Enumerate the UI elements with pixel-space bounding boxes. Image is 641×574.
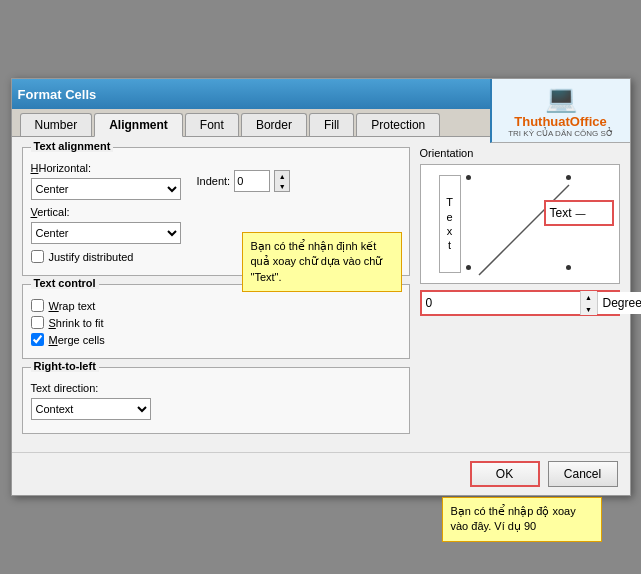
vertical-label: Vertical: — [31, 206, 181, 218]
horizontal-text-box[interactable]: Text — — [544, 200, 614, 226]
v-letter-x: x — [447, 224, 453, 238]
text-direction-label: Text direction: — [31, 382, 401, 394]
tooltip-2: Bạn có thể nhập độ xoay vào đây. Ví dụ 9… — [442, 497, 602, 542]
degrees-input[interactable] — [422, 292, 580, 314]
text-direction-select[interactable]: Context Left-to-Right Right-to-Left — [31, 398, 151, 420]
rtl-title: Right-to-left — [31, 360, 99, 372]
indent-area: Indent: ▲ ▼ — [197, 170, 291, 192]
vertical-select[interactable]: Center Top Bottom Justify Distributed — [31, 222, 181, 244]
v-letter-t: t — [448, 238, 451, 252]
wrap-text-label: Wrap text — [49, 300, 96, 312]
logo-sub: TRI KỲ CỦA DÂN CÔNG SỞ — [508, 129, 613, 138]
rtl-section: Right-to-left Text direction: Context Le… — [22, 367, 410, 434]
text-arrow: — — [576, 208, 586, 219]
justify-distributed-checkbox[interactable] — [31, 250, 44, 263]
left-panel: Text alignment HHorizontal: Center Gener… — [22, 147, 410, 442]
shrink-label: Shrink to fit — [49, 317, 104, 329]
horizontal-label: HHorizontal: — [31, 162, 181, 174]
text-direction-area: Text direction: Context Left-to-Right Ri… — [31, 382, 401, 420]
merge-label: Merge cells — [49, 334, 105, 346]
justify-distributed-label: Justify distributed — [49, 251, 134, 263]
degrees-spin-up[interactable]: ▲ — [581, 291, 597, 303]
tooltip-1: Bạn có thể nhận định kết quả xoay chữ dự… — [242, 232, 402, 292]
format-cells-dialog: Format Cells ? – □ ✕ 💻 ThuthuatOffice TR… — [11, 78, 631, 496]
horizontal-row: HHorizontal: Center General Left (Indent… — [31, 162, 401, 200]
tab-number[interactable]: Number — [20, 113, 93, 136]
indent-input[interactable] — [234, 170, 270, 192]
degrees-row: ▲ ▼ Degrees — [420, 290, 620, 316]
orientation-area[interactable]: T e x t Text — — [420, 164, 620, 284]
logo-area: 💻 ThuthuatOffice TRI KỲ CỦA DÂN CÔNG SỞ — [490, 79, 630, 143]
dialog-title: Format Cells — [18, 87, 97, 102]
degrees-label: Degrees — [597, 292, 642, 314]
ok-button[interactable]: OK — [470, 461, 540, 487]
logo-icon: 💻 — [545, 83, 577, 114]
svg-line-0 — [479, 185, 569, 275]
horizontal-text-label: Text — [550, 206, 572, 220]
merge-row: Merge cells — [31, 333, 401, 346]
degrees-spin-down[interactable]: ▼ — [581, 303, 597, 315]
text-control-title: Text control — [31, 277, 99, 289]
orientation-title: Orientation — [420, 147, 620, 159]
vertical-text-col: T e x t — [439, 175, 461, 273]
horizontal-select[interactable]: Center General Left (Indent) Right (Inde… — [31, 178, 181, 200]
indent-label: Indent: — [197, 175, 231, 187]
merge-checkbox[interactable] — [31, 333, 44, 346]
text-alignment-title: Text alignment — [31, 140, 114, 152]
logo-name: ThuthuatOffice — [514, 114, 606, 129]
text-control-section: Text control Wrap text Shrink to fit Mer… — [22, 284, 410, 359]
shrink-checkbox[interactable] — [31, 316, 44, 329]
degrees-spinner: ▲ ▼ — [580, 291, 597, 315]
orientation-svg — [469, 170, 579, 285]
tab-alignment[interactable]: Alignment — [94, 113, 183, 137]
button-row: OK Cancel — [12, 452, 630, 495]
right-panel: Orientation T e x t — [420, 147, 620, 442]
tab-font[interactable]: Font — [185, 113, 239, 136]
v-letter-e: e — [446, 210, 452, 224]
tab-border[interactable]: Border — [241, 113, 307, 136]
wrap-text-checkbox[interactable] — [31, 299, 44, 312]
indent-spin-up[interactable]: ▲ — [275, 171, 289, 181]
tab-protection[interactable]: Protection — [356, 113, 440, 136]
indent-spin-down[interactable]: ▼ — [275, 181, 289, 191]
wrap-text-row: Wrap text — [31, 299, 401, 312]
v-letter-T: T — [446, 195, 453, 209]
title-bar-left: Format Cells — [18, 87, 97, 102]
cancel-button[interactable]: Cancel — [548, 461, 618, 487]
indent-spinner: ▲ ▼ — [274, 170, 290, 192]
vertical-field: Vertical: Center Top Bottom Justify Dist… — [31, 206, 181, 244]
text-direction-row: Context Left-to-Right Right-to-Left — [31, 398, 401, 420]
tab-fill[interactable]: Fill — [309, 113, 354, 136]
shrink-row: Shrink to fit — [31, 316, 401, 329]
